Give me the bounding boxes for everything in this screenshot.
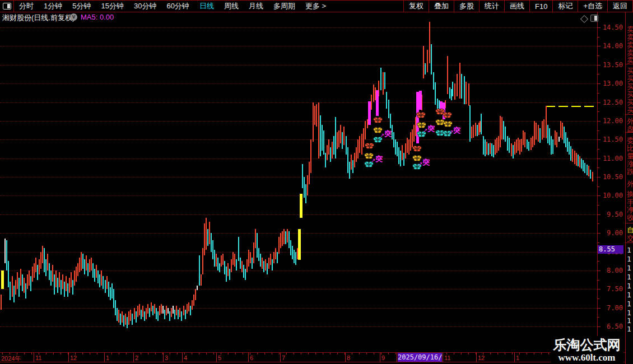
month-label: 2 — [135, 354, 138, 361]
tool-button-画线[interactable]: 画线 — [504, 1, 529, 12]
price-tick-label: 14.50 — [598, 24, 623, 31]
period-tab-30分钟[interactable]: 30分钟 — [129, 1, 161, 11]
time-minor-tick — [337, 353, 338, 354]
month-separator — [380, 353, 380, 362]
period-tab-分时[interactable]: 分时 — [14, 1, 39, 11]
tool-buttons: 复权叠加多股统计画线F10标记+自选返回 — [403, 1, 633, 12]
period-tab-5分钟[interactable]: 5分钟 — [67, 1, 96, 11]
month-label: 1 — [106, 354, 109, 361]
month-separator — [104, 353, 105, 362]
price-minor-tick — [598, 223, 599, 224]
tool-button-F10[interactable]: F10 — [529, 1, 552, 12]
tool-button-统计[interactable]: 统计 — [479, 1, 504, 12]
month-label: 5 — [218, 354, 221, 361]
month-separator — [476, 353, 477, 362]
period-tab-多周期[interactable]: 多周期 — [268, 1, 300, 11]
time-minor-tick — [286, 353, 287, 354]
price-tick-label: 7.50 — [598, 285, 623, 293]
stock-title: 湘财股份(日线.前复权) — [2, 13, 75, 23]
right-panel-char: 1 — [627, 255, 633, 263]
time-minor-tick — [294, 353, 294, 354]
time-minor-tick — [548, 353, 549, 354]
month-label: 7 — [282, 354, 285, 361]
period-tab-月线[interactable]: 月线 — [244, 1, 268, 11]
price-minor-tick — [598, 261, 599, 262]
time-minor-tick — [497, 353, 498, 354]
right-panel-char: 委 — [627, 137, 633, 144]
diamond-marker-icon[interactable] — [580, 15, 588, 23]
month-label: 4 — [184, 354, 187, 361]
tool-button-多股[interactable]: 多股 — [454, 1, 479, 12]
right-panel-char: 卖 — [627, 41, 633, 49]
time-minor-tick — [315, 353, 316, 354]
time-minor-tick — [301, 353, 301, 354]
price-tick-label: 10.00 — [598, 192, 623, 199]
period-tab-1分钟[interactable]: 1分钟 — [39, 1, 67, 11]
right-panel-char: 跌 — [627, 168, 633, 176]
period-toolbar: 分时1分钟5分钟15分钟30分钟60分钟日线周线月线多周期更多 > 复权叠加多股… — [0, 0, 633, 12]
time-minor-tick — [141, 353, 141, 354]
price-axis: 6.507.007.508.008.509.009.5010.0010.5011… — [597, 22, 625, 352]
period-tab-日线[interactable]: 日线 — [194, 1, 219, 11]
right-panel-char: 买 — [627, 75, 633, 83]
time-minor-tick — [330, 353, 331, 354]
time-minor-tick — [490, 353, 491, 354]
current-price-badge: 8.55 — [598, 245, 623, 254]
split-window-icon — [3, 3, 11, 10]
time-minor-tick — [359, 353, 360, 354]
chevron-down-icon[interactable]: v — [70, 13, 77, 21]
time-minor-tick — [213, 353, 214, 354]
right-panel-char: 1 — [627, 273, 633, 281]
price-minor-tick — [598, 205, 599, 206]
price-minor-tick — [598, 74, 599, 74]
time-minor-tick — [323, 353, 323, 354]
tool-button-返回[interactable]: 返回 — [607, 1, 633, 12]
price-minor-tick — [598, 167, 599, 168]
chart-title-bar: 湘财股份(日线.前复权) v MA5: 0.00 — [0, 12, 597, 22]
right-panel-separator — [626, 114, 633, 115]
time-minor-tick — [82, 353, 83, 354]
time-minor-tick — [527, 353, 527, 354]
right-panel-separator — [626, 223, 633, 223]
time-minor-tick — [366, 353, 367, 354]
time-minor-tick — [46, 353, 46, 354]
price-tick-label: 12.00 — [598, 117, 623, 125]
period-tab-周线[interactable]: 周线 — [219, 1, 244, 11]
tool-button-叠加[interactable]: 叠加 — [429, 1, 454, 12]
selected-date-box: 2025/09/16/二 — [398, 353, 442, 362]
tool-button-+自选[interactable]: +自选 — [578, 1, 607, 12]
price-minor-tick — [598, 111, 599, 112]
right-panel-char: 1 — [627, 282, 633, 290]
time-minor-tick — [264, 353, 265, 354]
period-tab-15分钟[interactable]: 15分钟 — [96, 1, 128, 11]
period-tab-60分钟[interactable]: 60分钟 — [161, 1, 194, 11]
price-minor-tick — [598, 130, 599, 131]
time-minor-tick — [243, 353, 243, 354]
time-minor-tick — [206, 353, 207, 354]
period-tab-更多 >[interactable]: 更多 > — [300, 1, 331, 11]
tool-button-复权[interactable]: 复权 — [403, 1, 429, 12]
price-tick-label: 9.50 — [598, 211, 623, 218]
time-minor-tick — [512, 353, 513, 354]
right-panel-char: 1 — [627, 291, 633, 299]
layout-toggle-button[interactable] — [0, 1, 14, 12]
right-panel-char: 买 — [627, 67, 633, 75]
right-panel-char: 净 — [627, 206, 633, 214]
right-panel-char: 涨 — [627, 160, 633, 168]
time-minor-tick — [519, 353, 520, 354]
time-minor-tick — [24, 353, 25, 354]
right-panel-clipped[interactable]: 卖卖卖卖卖买买买买买买外盘委比量涨跌外换手净收自交1111111111 — [625, 12, 633, 364]
pane-toggle-icon[interactable] — [590, 15, 598, 22]
right-panel-char: 交 — [627, 235, 633, 242]
right-panel-char: 买 — [627, 91, 633, 99]
right-panel-separator — [626, 64, 633, 64]
price-minor-tick — [598, 317, 599, 318]
time-axis[interactable]: 2024年1112123456789111212025/09/16/二 — [0, 352, 633, 362]
time-minor-tick — [90, 353, 90, 354]
month-separator — [397, 353, 397, 362]
chart-plot-area[interactable] — [0, 22, 597, 352]
tool-button-标记[interactable]: 标记 — [552, 1, 578, 12]
right-panel-char: 买 — [627, 99, 633, 106]
month-label: 8 — [347, 354, 350, 361]
month-label: 11 — [444, 354, 450, 361]
